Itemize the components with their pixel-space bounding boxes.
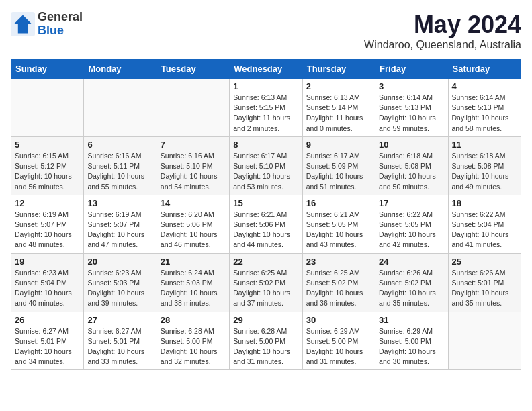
day-info: Sunrise: 6:28 AM Sunset: 5:00 PM Dayligh… <box>161 326 226 367</box>
day-number: 15 <box>233 198 298 208</box>
day-info: Sunrise: 6:25 AM Sunset: 5:02 PM Dayligh… <box>306 268 371 309</box>
day-number: 22 <box>233 257 298 267</box>
day-number: 29 <box>233 315 298 325</box>
calendar-cell <box>157 79 229 137</box>
calendar-cell: 20Sunrise: 6:23 AM Sunset: 5:03 PM Dayli… <box>84 253 157 312</box>
day-number: 6 <box>87 140 152 150</box>
day-number: 21 <box>161 257 226 267</box>
day-number: 26 <box>15 315 80 325</box>
calendar-cell: 2Sunrise: 6:13 AM Sunset: 5:14 PM Daylig… <box>302 79 375 137</box>
calendar-cell: 15Sunrise: 6:21 AM Sunset: 5:06 PM Dayli… <box>230 195 302 253</box>
day-number: 25 <box>452 257 517 267</box>
day-info: Sunrise: 6:16 AM Sunset: 5:10 PM Dayligh… <box>161 151 226 192</box>
calendar-cell: 27Sunrise: 6:27 AM Sunset: 5:01 PM Dayli… <box>84 312 157 370</box>
calendar-cell: 13Sunrise: 6:19 AM Sunset: 5:07 PM Dayli… <box>84 195 157 253</box>
calendar-cell: 31Sunrise: 6:29 AM Sunset: 5:00 PM Dayli… <box>375 312 448 370</box>
day-number: 17 <box>379 198 444 208</box>
day-number: 13 <box>87 198 152 208</box>
day-info: Sunrise: 6:22 AM Sunset: 5:04 PM Dayligh… <box>452 210 517 250</box>
day-number: 9 <box>306 140 371 150</box>
header-cell-saturday: Saturday <box>448 60 521 79</box>
calendar-cell: 7Sunrise: 6:16 AM Sunset: 5:10 PM Daylig… <box>157 136 229 195</box>
day-info: Sunrise: 6:17 AM Sunset: 5:09 PM Dayligh… <box>306 151 371 192</box>
calendar-cell: 21Sunrise: 6:24 AM Sunset: 5:03 PM Dayli… <box>157 253 229 312</box>
day-info: Sunrise: 6:29 AM Sunset: 5:00 PM Dayligh… <box>306 326 371 367</box>
calendar-header: SundayMondayTuesdayWednesdayThursdayFrid… <box>11 60 521 79</box>
calendar-cell: 26Sunrise: 6:27 AM Sunset: 5:01 PM Dayli… <box>11 312 84 370</box>
header-cell-thursday: Thursday <box>302 60 375 79</box>
day-info: Sunrise: 6:29 AM Sunset: 5:00 PM Dayligh… <box>379 326 444 367</box>
logo-icon <box>11 12 35 36</box>
calendar-cell: 19Sunrise: 6:23 AM Sunset: 5:04 PM Dayli… <box>11 253 84 312</box>
calendar-cell: 24Sunrise: 6:26 AM Sunset: 5:02 PM Dayli… <box>375 253 448 312</box>
calendar-cell: 9Sunrise: 6:17 AM Sunset: 5:09 PM Daylig… <box>302 136 375 195</box>
calendar-cell: 8Sunrise: 6:17 AM Sunset: 5:10 PM Daylig… <box>230 136 302 195</box>
week-row-1: 1Sunrise: 6:13 AM Sunset: 5:15 PM Daylig… <box>11 79 521 137</box>
header-cell-wednesday: Wednesday <box>230 60 302 79</box>
day-number: 16 <box>306 198 371 208</box>
day-info: Sunrise: 6:26 AM Sunset: 5:02 PM Dayligh… <box>379 268 444 309</box>
day-info: Sunrise: 6:14 AM Sunset: 5:13 PM Dayligh… <box>379 93 444 134</box>
day-info: Sunrise: 6:25 AM Sunset: 5:02 PM Dayligh… <box>233 268 298 309</box>
day-info: Sunrise: 6:27 AM Sunset: 5:01 PM Dayligh… <box>15 326 80 367</box>
calendar-cell: 14Sunrise: 6:20 AM Sunset: 5:06 PM Dayli… <box>157 195 229 253</box>
day-info: Sunrise: 6:17 AM Sunset: 5:10 PM Dayligh… <box>233 151 298 192</box>
calendar-cell: 18Sunrise: 6:22 AM Sunset: 5:04 PM Dayli… <box>448 195 521 253</box>
day-info: Sunrise: 6:18 AM Sunset: 5:08 PM Dayligh… <box>379 151 444 192</box>
calendar-cell: 12Sunrise: 6:19 AM Sunset: 5:07 PM Dayli… <box>11 195 84 253</box>
month-title: May 2024 <box>364 11 521 39</box>
calendar-cell: 3Sunrise: 6:14 AM Sunset: 5:13 PM Daylig… <box>375 79 448 137</box>
calendar-cell: 16Sunrise: 6:21 AM Sunset: 5:05 PM Dayli… <box>302 195 375 253</box>
day-info: Sunrise: 6:13 AM Sunset: 5:15 PM Dayligh… <box>233 93 298 134</box>
day-number: 5 <box>15 140 80 150</box>
header-cell-sunday: Sunday <box>11 60 84 79</box>
day-number: 19 <box>15 257 80 267</box>
day-info: Sunrise: 6:16 AM Sunset: 5:11 PM Dayligh… <box>87 151 152 192</box>
title-block: May 2024 Windaroo, Queensland, Australia <box>364 11 521 51</box>
calendar-table: SundayMondayTuesdayWednesdayThursdayFrid… <box>11 59 521 370</box>
day-number: 8 <box>233 140 298 150</box>
week-row-5: 26Sunrise: 6:27 AM Sunset: 5:01 PM Dayli… <box>11 312 521 370</box>
day-number: 23 <box>306 257 371 267</box>
day-number: 31 <box>379 315 444 325</box>
day-info: Sunrise: 6:23 AM Sunset: 5:03 PM Dayligh… <box>87 268 152 309</box>
day-number: 2 <box>306 81 371 91</box>
day-number: 10 <box>379 140 444 150</box>
day-number: 7 <box>161 140 226 150</box>
calendar-cell: 22Sunrise: 6:25 AM Sunset: 5:02 PM Dayli… <box>230 253 302 312</box>
page-header: General Blue May 2024 Windaroo, Queensla… <box>11 11 521 51</box>
calendar-cell: 5Sunrise: 6:15 AM Sunset: 5:12 PM Daylig… <box>11 136 84 195</box>
day-number: 28 <box>161 315 226 325</box>
calendar-cell: 6Sunrise: 6:16 AM Sunset: 5:11 PM Daylig… <box>84 136 157 195</box>
day-info: Sunrise: 6:15 AM Sunset: 5:12 PM Dayligh… <box>15 151 80 192</box>
week-row-4: 19Sunrise: 6:23 AM Sunset: 5:04 PM Dayli… <box>11 253 521 312</box>
calendar-cell: 29Sunrise: 6:28 AM Sunset: 5:00 PM Dayli… <box>230 312 302 370</box>
day-info: Sunrise: 6:23 AM Sunset: 5:04 PM Dayligh… <box>15 268 80 309</box>
day-number: 18 <box>452 198 517 208</box>
day-info: Sunrise: 6:21 AM Sunset: 5:06 PM Dayligh… <box>233 210 298 250</box>
week-row-2: 5Sunrise: 6:15 AM Sunset: 5:12 PM Daylig… <box>11 136 521 195</box>
logo: General Blue <box>11 11 83 38</box>
day-info: Sunrise: 6:13 AM Sunset: 5:14 PM Dayligh… <box>306 93 371 134</box>
logo-text: General Blue <box>38 11 83 38</box>
calendar-cell: 28Sunrise: 6:28 AM Sunset: 5:00 PM Dayli… <box>157 312 229 370</box>
day-number: 14 <box>161 198 226 208</box>
logo-general: General <box>38 11 83 24</box>
day-info: Sunrise: 6:22 AM Sunset: 5:05 PM Dayligh… <box>379 210 444 250</box>
day-info: Sunrise: 6:27 AM Sunset: 5:01 PM Dayligh… <box>87 326 152 367</box>
day-number: 11 <box>452 140 517 150</box>
day-number: 1 <box>233 81 298 91</box>
day-number: 4 <box>452 81 517 91</box>
logo-blue: Blue <box>38 24 83 38</box>
calendar-cell <box>11 79 84 137</box>
day-number: 24 <box>379 257 444 267</box>
calendar-cell: 1Sunrise: 6:13 AM Sunset: 5:15 PM Daylig… <box>230 79 302 137</box>
calendar-cell: 23Sunrise: 6:25 AM Sunset: 5:02 PM Dayli… <box>302 253 375 312</box>
calendar-cell <box>84 79 157 137</box>
day-info: Sunrise: 6:21 AM Sunset: 5:05 PM Dayligh… <box>306 210 371 250</box>
calendar-cell <box>448 312 521 370</box>
day-info: Sunrise: 6:28 AM Sunset: 5:00 PM Dayligh… <box>233 326 298 367</box>
week-row-3: 12Sunrise: 6:19 AM Sunset: 5:07 PM Dayli… <box>11 195 521 253</box>
calendar-cell: 25Sunrise: 6:26 AM Sunset: 5:01 PM Dayli… <box>448 253 521 312</box>
day-info: Sunrise: 6:24 AM Sunset: 5:03 PM Dayligh… <box>161 268 226 309</box>
